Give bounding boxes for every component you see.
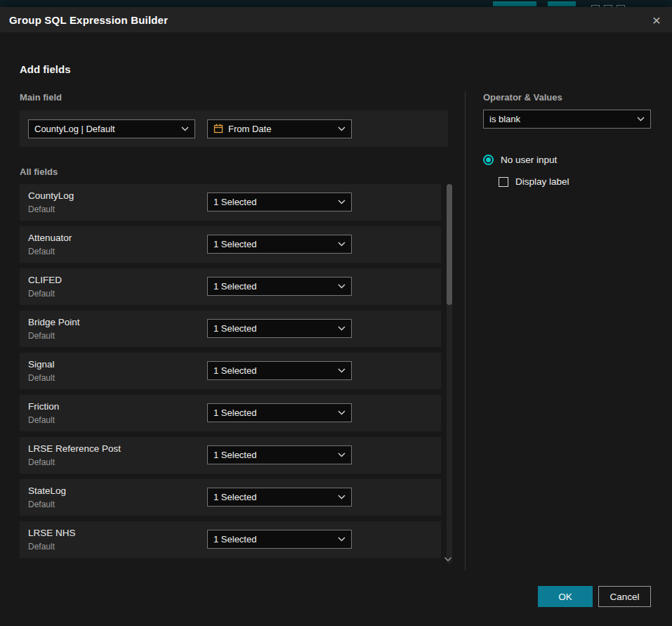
layer-select-dropdown[interactable]: CountyLog | Default (28, 119, 195, 138)
dropdown-value: 1 Selected (213, 407, 332, 418)
field-row: CLIFED Default 1 Selected (20, 268, 441, 305)
fields-scrollbar[interactable] (447, 184, 452, 563)
field-name: Bridge Point (28, 317, 80, 327)
field-row: Attenuator Default 1 Selected (20, 226, 441, 263)
field-row: CountyLog Default 1 Selected (20, 184, 441, 221)
field-selected-dropdown[interactable]: 1 Selected (207, 361, 352, 380)
field-row: LRSE Reference Post Default 1 Selected (20, 437, 441, 474)
dropdown-value: CountyLog | Default (34, 124, 176, 134)
main-field-row: CountyLog | Default From Date (20, 110, 448, 147)
field-sublabel: Default (28, 500, 55, 509)
dialog-title: Group SQL Expression Builder (9, 14, 168, 26)
field-selected-dropdown[interactable]: 1 Selected (207, 445, 352, 464)
background-link-fragment (493, 1, 536, 6)
group-sql-expression-builder-dialog: Group SQL Expression Builder × Add field… (0, 7, 672, 626)
field-selected-dropdown[interactable]: 1 Selected (207, 488, 352, 507)
radio-selected-icon (483, 155, 494, 165)
scroll-down-chevron-icon[interactable] (444, 556, 452, 562)
main-field-label: Main field (20, 92, 62, 103)
field-row: StateLog Default 1 Selected (20, 479, 441, 516)
field-sublabel: Default (28, 542, 55, 552)
field-sublabel: Default (28, 289, 55, 299)
chevron-down-icon (338, 410, 345, 415)
background-app-strip (0, 0, 672, 7)
dropdown-value: 1 Selected (213, 492, 332, 502)
field-sublabel: Default (28, 457, 55, 467)
field-row: Friction Default 1 Selected (20, 395, 441, 431)
ok-button[interactable]: OK (538, 586, 593, 607)
chevron-down-icon (338, 537, 345, 542)
dropdown-value: 1 Selected (213, 450, 332, 460)
operator-select-dropdown[interactable]: is blank (483, 110, 651, 129)
field-name: Attenuator (28, 233, 72, 243)
field-name: Signal (28, 359, 55, 370)
all-fields-label: All fields (20, 167, 58, 177)
field-selected-dropdown[interactable]: 1 Selected (207, 235, 352, 254)
field-sublabel: Default (28, 373, 55, 383)
checkbox-label: Display label (515, 176, 569, 187)
chevron-down-icon (338, 126, 345, 131)
close-icon[interactable]: × (652, 13, 661, 27)
chevron-down-icon (338, 495, 345, 500)
field-row: Signal Default 1 Selected (20, 353, 441, 389)
dropdown-value: is blank (489, 114, 631, 124)
chevron-down-icon (181, 126, 189, 131)
field-row: LRSE NHS Default 1 Selected (20, 521, 441, 558)
background-link-fragment (548, 1, 576, 6)
field-name: StateLog (28, 485, 66, 496)
field-name: CLIFED (28, 275, 62, 285)
scrollbar-thumb[interactable] (447, 184, 452, 305)
chevron-down-icon (637, 117, 645, 122)
chevron-down-icon (338, 452, 345, 457)
dropdown-value: 1 Selected (213, 534, 332, 545)
field-selected-dropdown[interactable]: 1 Selected (207, 530, 352, 549)
field-name: LRSE NHS (28, 528, 76, 538)
field-name: CountyLog (28, 190, 74, 201)
field-selected-dropdown[interactable]: 1 Selected (207, 193, 352, 211)
date-field-select-dropdown[interactable]: From Date (207, 119, 352, 138)
field-sublabel: Default (28, 415, 55, 425)
radio-label: No user input (501, 155, 557, 165)
checkbox-icon (499, 177, 508, 187)
no-user-input-radio[interactable]: No user input (483, 155, 557, 165)
chevron-down-icon (338, 326, 345, 331)
dropdown-value: 1 Selected (213, 197, 332, 207)
dropdown-value: 1 Selected (213, 281, 332, 292)
dropdown-value: 1 Selected (213, 365, 332, 376)
dropdown-value: 1 Selected (213, 323, 332, 334)
field-name: LRSE Reference Post (28, 443, 121, 454)
chevron-down-icon (338, 200, 345, 204)
all-fields-list: CountyLog Default 1 Selected Attenuator … (20, 184, 441, 558)
field-selected-dropdown[interactable]: 1 Selected (207, 277, 352, 296)
field-name: Friction (28, 401, 59, 412)
dropdown-value: 1 Selected (213, 239, 332, 249)
cancel-button[interactable]: Cancel (598, 586, 651, 607)
chevron-down-icon (338, 368, 345, 373)
field-selected-dropdown[interactable]: 1 Selected (207, 319, 352, 338)
field-sublabel: Default (28, 331, 55, 341)
field-selected-dropdown[interactable]: 1 Selected (207, 403, 352, 422)
vertical-divider (465, 91, 466, 570)
field-sublabel: Default (28, 204, 55, 214)
field-row: Bridge Point Default 1 Selected (20, 311, 441, 347)
calendar-icon (213, 124, 223, 133)
chevron-down-icon (338, 284, 345, 289)
operator-values-label: Operator & Values (483, 92, 562, 103)
dialog-header: Group SQL Expression Builder × (0, 7, 672, 32)
dropdown-value: From Date (228, 124, 327, 134)
display-label-checkbox[interactable]: Display label (499, 176, 569, 187)
field-sublabel: Default (28, 247, 55, 256)
chevron-down-icon (338, 242, 345, 247)
add-fields-heading: Add fields (20, 63, 71, 75)
